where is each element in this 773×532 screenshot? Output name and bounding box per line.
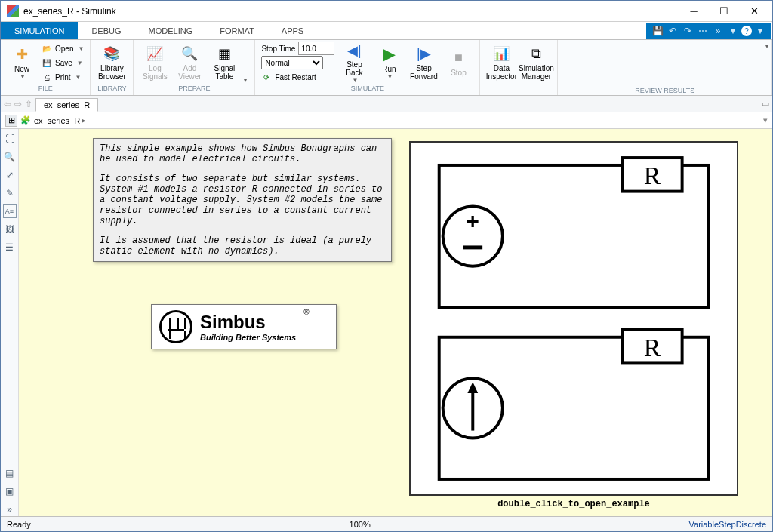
toolstrip: ✚ New ▼ 📂Open▼ 💾Save▼ 🖨Print▼ FILE 📚 Lib… <box>1 40 772 96</box>
breadcrumb-menu-icon[interactable]: ▾ <box>763 115 768 125</box>
review-expand-icon[interactable]: ▾ <box>765 43 768 50</box>
library-browser-button[interactable]: 📚 Library Browser <box>95 42 128 84</box>
tab-format[interactable]: FORMAT <box>206 22 268 39</box>
minimize-button[interactable]: ─ <box>679 2 709 21</box>
maximize-button[interactable]: ☐ <box>709 2 739 21</box>
step-forward-button[interactable]: |▶ Step Forward <box>407 42 440 84</box>
quick-access-toolbar: 💾 ↶ ↷ ⋯ » ▾ ? ▾ <box>646 23 771 39</box>
fast-restart-icon: ⟳ <box>261 72 272 82</box>
print-icon: 🖨 <box>42 72 52 82</box>
main-area: ⛶ 🔍 ⤢ ✎ A≡ 🖼 ☰ ▤ ▣ » This simple example… <box>1 129 772 516</box>
stop-button[interactable]: ■ Stop <box>442 42 475 84</box>
signal-table-icon: ▦ <box>215 45 233 63</box>
resistor-label-1: R <box>644 161 661 189</box>
model-icon: 🧩 <box>20 115 31 126</box>
data-inspector-icon: 📊 <box>492 45 510 63</box>
save-file-icon: 💾 <box>42 57 52 68</box>
annotation-tool-icon[interactable]: ✎ <box>3 186 17 200</box>
viewer-icon: 🔍 <box>180 45 199 63</box>
prepare-expand-icon[interactable]: ▾ <box>244 77 247 84</box>
status-zoom[interactable]: 100% <box>350 520 371 529</box>
sim-manager-icon: ⧉ <box>527 45 545 63</box>
model-tab[interactable]: ex_series_R <box>35 98 98 112</box>
step-back-button[interactable]: ◀| Step Back ▼ <box>337 42 371 84</box>
data-inspector-button[interactable]: 📊 Data Inspector <box>485 42 518 84</box>
library-icon: 📚 <box>103 45 121 63</box>
titlebar: ex_series_R - Simulink ─ ☐ ✕ <box>1 1 772 22</box>
sim-mode-select[interactable]: Normal <box>261 56 323 69</box>
save-button[interactable]: 💾Save▼ <box>40 56 85 69</box>
tab-simulation[interactable]: SIMULATION <box>1 22 78 39</box>
breadcrumb: ⊞ 🧩 ex_series_R ▸ ▾ <box>1 112 772 129</box>
nav-up-icon[interactable]: ⇧ <box>25 99 32 109</box>
print-button[interactable]: 🖨Print▼ <box>40 70 85 84</box>
qat-icon[interactable]: ⋯ <box>696 24 710 38</box>
image-tool-icon[interactable]: 🖼 <box>3 223 17 236</box>
group-review: 📊 Data Inspector ⧉ Simulation Manager . <box>480 40 558 95</box>
ribbon-tabs: SIMULATION DEBUG MODELING FORMAT APPS 💾 … <box>1 22 772 40</box>
status-ready: Ready <box>7 520 31 529</box>
status-bar: Ready 100% VariableStepDiscrete <box>1 516 772 531</box>
model-browser-icon[interactable]: ▤ <box>3 466 17 480</box>
step-forward-icon: |▶ <box>414 45 433 63</box>
log-signals-button[interactable]: 📈 Log Signals <box>138 42 171 84</box>
help-icon[interactable]: ? <box>741 26 752 36</box>
property-inspector-icon[interactable]: ▣ <box>3 484 17 498</box>
fast-restart-button[interactable]: ⟳Fast Restart <box>260 70 336 84</box>
stop-icon: ■ <box>449 49 467 67</box>
open-button[interactable]: 📂Open▼ <box>40 42 85 55</box>
model-tab-bar: ⇦ ⇨ ⇧ ex_series_R ▭ <box>1 96 772 112</box>
redo-icon[interactable]: ↷ <box>681 24 694 38</box>
fit-to-view-icon[interactable]: ⤢ <box>3 168 17 182</box>
group-file: ✚ New ▼ 📂Open▼ 💾Save▼ 🖨Print▼ FILE <box>1 40 91 95</box>
step-back-icon: ◀| <box>345 42 363 59</box>
group-library: 📚 Library Browser LIBRARY <box>91 40 134 95</box>
simbus-logo-name: Simbus <box>200 312 296 333</box>
nav-back-icon[interactable]: ⇦ <box>4 99 11 109</box>
close-button[interactable]: ✕ <box>739 2 769 21</box>
viewmark-icon[interactable]: ☰ <box>3 241 17 254</box>
svg-text:+: + <box>467 208 479 233</box>
more-icon[interactable]: ▾ <box>753 24 767 38</box>
breadcrumb-root[interactable]: ex_series_R <box>34 116 80 125</box>
new-button[interactable]: ✚ New ▼ <box>5 42 38 84</box>
expand-icon[interactable]: » <box>711 24 725 38</box>
circuit-diagram-block[interactable]: R + R <box>409 141 738 496</box>
canvas-palette: ⛶ 🔍 ⤢ ✎ A≡ 🖼 ☰ ▤ ▣ » <box>1 129 19 516</box>
annotation-p3: It is assumed that the resistor is ideal… <box>100 235 385 257</box>
run-icon: ▶ <box>380 45 398 63</box>
simulation-manager-button[interactable]: ⧉ Simulation Manager <box>519 42 553 84</box>
simbus-logo-tagline: Building Better Systems <box>200 333 296 342</box>
tab-overflow-icon[interactable]: ▭ <box>762 99 769 109</box>
breadcrumb-arrow-icon[interactable]: ▸ <box>82 115 86 125</box>
save-icon[interactable]: 💾 <box>651 24 664 38</box>
zoom-icon[interactable]: 🔍 <box>3 150 17 164</box>
tab-modeling[interactable]: MODELING <box>135 22 207 39</box>
annotation-p2: It consists of two separate but similar … <box>100 174 385 226</box>
stop-time-input[interactable] <box>298 42 334 55</box>
tab-apps[interactable]: APPS <box>268 22 317 39</box>
tab-debug[interactable]: DEBUG <box>78 22 134 39</box>
hide-explorer-icon[interactable]: ⊞ <box>5 115 17 127</box>
open-icon: 📂 <box>42 43 52 54</box>
nav-fwd-icon[interactable]: ⇨ <box>14 99 22 109</box>
simbus-logo-block[interactable]: Simbus Building Better Systems ® <box>151 304 337 349</box>
collapse-palette-icon[interactable]: » <box>3 503 17 516</box>
run-button[interactable]: ▶ Run ▼ <box>372 42 405 84</box>
group-prepare: 📈 Log Signals 🔍 Add Viewer ▦ Signal Tabl… <box>134 40 255 95</box>
stop-time-label: Stop Time <box>261 45 295 53</box>
zoom-fit-icon[interactable]: ⛶ <box>3 132 17 146</box>
diagram-caption: double_click_to_open_example <box>409 499 738 509</box>
simbus-mark-icon <box>159 310 192 343</box>
resistor-label-2: R <box>644 334 661 361</box>
undo-icon[interactable]: ↶ <box>666 24 679 38</box>
add-viewer-button[interactable]: 🔍 Add Viewer <box>173 42 206 84</box>
model-canvas[interactable]: This simple example shows how Simbus Bon… <box>19 129 772 516</box>
signal-table-button[interactable]: ▦ Signal Table <box>208 42 241 84</box>
dropdown-icon[interactable]: ▾ <box>726 24 740 38</box>
status-solver[interactable]: VariableStepDiscrete <box>689 520 767 529</box>
area-tool-icon[interactable]: A≡ <box>3 204 17 218</box>
group-simulate: Stop Time Normal ⟳Fast Restart ◀| Step B… <box>255 40 480 95</box>
app-icon <box>7 5 19 17</box>
annotation-text-block[interactable]: This simple example shows how Simbus Bon… <box>93 138 392 262</box>
